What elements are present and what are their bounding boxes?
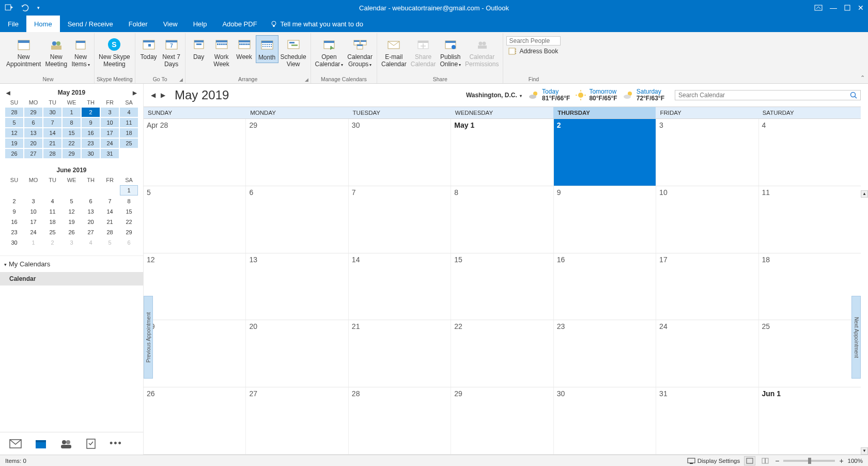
mini-day[interactable]: 3 <box>63 238 81 247</box>
menu-tab-help[interactable]: Help <box>185 16 215 32</box>
calendar-day-cell[interactable]: 14 <box>349 253 451 320</box>
menu-tab-view[interactable]: View <box>156 16 185 32</box>
weather-location[interactable]: Washington, D.C. ▾ <box>466 92 522 99</box>
calendar-day-cell[interactable]: 11 <box>759 186 861 253</box>
calendar-day-cell[interactable]: 6 <box>246 186 348 253</box>
menu-tab-file[interactable]: File <box>0 16 26 32</box>
forecast-day[interactable]: Today81°F/66°F <box>528 88 570 102</box>
mini-day[interactable]: 10 <box>101 118 119 127</box>
calendar-groups-button[interactable]: Calendar Groups▾ <box>345 35 375 69</box>
calendar-day-cell[interactable]: 26 <box>144 387 246 454</box>
mini-day[interactable]: 12 <box>63 207 81 216</box>
new-appointment-button[interactable]: New Appointment <box>4 35 43 69</box>
reading-view-button[interactable] <box>760 456 771 465</box>
mini-day[interactable]: 24 <box>101 139 119 148</box>
mini-day[interactable]: 1 <box>24 238 42 247</box>
goto-dialog-launcher-icon[interactable]: ◢ <box>179 77 183 82</box>
week-view-button[interactable]: Week <box>233 35 256 62</box>
calendar-day-cell[interactable]: 10 <box>656 186 758 253</box>
mini-day[interactable]: 29 <box>24 108 42 117</box>
search-icon[interactable] <box>850 92 857 99</box>
publish-online-button[interactable]: Publish Online▾ <box>438 35 463 69</box>
menu-tab-home[interactable]: Home <box>26 16 60 32</box>
mini-day[interactable]: 4 <box>82 238 100 247</box>
day-view-button[interactable]: Day <box>188 35 210 62</box>
mini-day[interactable]: 30 <box>5 238 23 247</box>
mini-day[interactable]: 22 <box>63 139 81 148</box>
maximize-icon[interactable] <box>844 5 850 11</box>
forecast-day[interactable]: Saturday72°F/63°F <box>623 88 664 102</box>
calendar-day-cell[interactable]: 20 <box>246 320 348 387</box>
mini-day[interactable]: 21 <box>43 139 61 148</box>
new-meeting-button[interactable]: New Meeting <box>43 35 69 69</box>
calendar-day-cell[interactable]: Apr 28 <box>144 119 246 186</box>
mini-day[interactable]: 11 <box>120 118 138 127</box>
mini-day[interactable]: 1 <box>63 108 81 117</box>
calendar-day-cell[interactable]: 13 <box>246 253 348 320</box>
mini-day[interactable]: 5 <box>5 118 23 127</box>
mini-day[interactable]: 11 <box>43 207 61 216</box>
mini-day[interactable]: 7 <box>101 197 119 206</box>
nav-more-icon[interactable]: ••• <box>110 438 122 449</box>
mini-day[interactable]: 18 <box>43 217 61 227</box>
mini-day[interactable]: 4 <box>120 108 138 117</box>
calendar-day-cell[interactable]: 18 <box>759 253 861 320</box>
new-skype-meeting-button[interactable]: SNew Skype Meeting <box>97 35 132 69</box>
email-calendar-button[interactable]: E-mail Calendar <box>379 35 409 69</box>
month-view-button[interactable]: Month <box>256 35 278 63</box>
calendar-day-cell[interactable]: Jun 1 <box>759 387 861 454</box>
mini-day[interactable]: 3 <box>24 197 42 206</box>
calendar-day-cell[interactable]: 27 <box>246 387 348 454</box>
next-month-icon[interactable]: ▶ <box>161 92 165 99</box>
mini-next-month-icon[interactable]: ▶ <box>133 90 137 96</box>
calendar-nav-icon[interactable] <box>35 439 47 449</box>
forecast-day[interactable]: Tomorrow80°F/65°F <box>575 88 617 102</box>
mini-day[interactable] <box>63 185 81 196</box>
mini-day[interactable]: 26 <box>5 149 23 158</box>
mini-day[interactable]: 28 <box>5 108 23 117</box>
calendar-day-cell[interactable]: 31 <box>656 387 758 454</box>
mini-day[interactable] <box>5 185 23 196</box>
calendar-day-cell[interactable]: 4 <box>759 119 861 186</box>
mini-day[interactable]: 13 <box>82 207 100 216</box>
ribbon-display-options-icon[interactable] <box>814 5 823 11</box>
zoom-slider[interactable] <box>783 460 835 462</box>
mini-day[interactable]: 7 <box>43 118 61 127</box>
mini-day[interactable]: 29 <box>120 228 138 237</box>
mini-day[interactable]: 9 <box>82 118 100 127</box>
mini-day[interactable]: 26 <box>63 228 81 237</box>
search-calendar-input[interactable] <box>678 92 850 99</box>
mini-day[interactable]: 14 <box>101 207 119 216</box>
mini-day[interactable]: 4 <box>43 197 61 206</box>
mini-day[interactable]: 13 <box>24 128 42 138</box>
mini-day[interactable]: 15 <box>120 207 138 216</box>
mini-day[interactable]: 14 <box>43 128 61 138</box>
calendar-day-cell[interactable]: 5 <box>144 186 246 253</box>
mini-day[interactable]: 23 <box>82 139 100 148</box>
mini-day[interactable]: 28 <box>43 149 61 158</box>
scroll-down-icon[interactable]: ▼ <box>861 447 868 455</box>
zoom-level[interactable]: 100% <box>848 458 863 464</box>
mini-day[interactable] <box>101 185 119 196</box>
mini-day[interactable] <box>24 185 42 196</box>
people-nav-icon[interactable] <box>60 439 72 449</box>
mini-day[interactable]: 28 <box>101 228 119 237</box>
calendar-day-cell[interactable]: May 1 <box>451 119 553 186</box>
mini-day[interactable]: 5 <box>101 238 119 247</box>
mini-day[interactable]: 12 <box>5 128 23 138</box>
mini-day[interactable]: 20 <box>24 139 42 148</box>
calendar-day-cell[interactable]: 8 <box>451 186 553 253</box>
normal-view-button[interactable] <box>744 456 755 465</box>
tell-me-input[interactable]: Tell me what you want to do <box>265 16 368 32</box>
mini-day[interactable]: 19 <box>63 217 81 227</box>
today-button[interactable]: Today <box>137 35 160 62</box>
mini-day[interactable]: 2 <box>82 108 100 117</box>
calendar-day-cell[interactable]: 28 <box>349 387 451 454</box>
menu-tab-send-receive[interactable]: Send / Receive <box>60 16 121 32</box>
work-week-view-button[interactable]: Work Week <box>210 35 233 69</box>
mini-day[interactable]: 17 <box>101 128 119 138</box>
mini-day[interactable]: 27 <box>82 228 100 237</box>
mini-day[interactable]: 21 <box>101 217 119 227</box>
new-items-button[interactable]: New Items▾ <box>69 35 92 69</box>
mini-day[interactable]: 17 <box>24 217 42 227</box>
